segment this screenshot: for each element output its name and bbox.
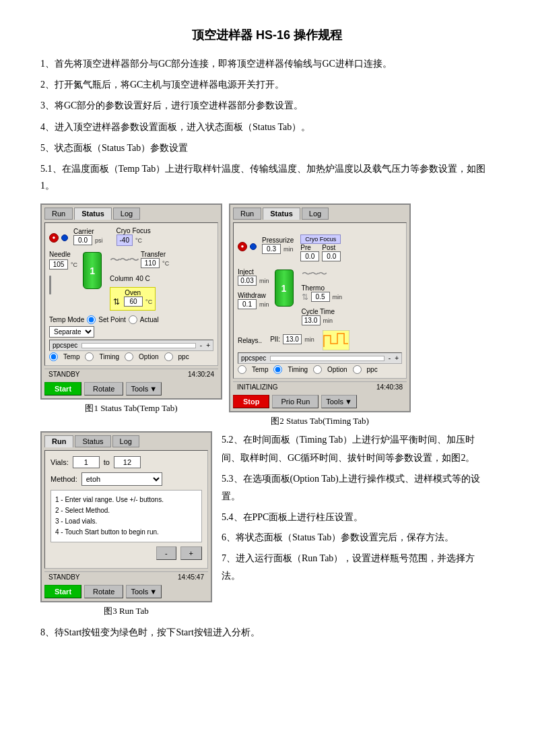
radio-temp-fig1[interactable] <box>49 352 58 361</box>
oven-label: Oven <box>125 289 141 296</box>
post-value[interactable]: 0.0 <box>322 251 341 261</box>
inject-value[interactable]: 0.03 <box>238 276 257 286</box>
start-button-fig1[interactable]: Start <box>44 382 81 396</box>
thermo-unit: min <box>333 294 343 301</box>
pii-unit: min <box>304 336 314 343</box>
step-5: 5、状态面板（Status Tab）参数设置 <box>40 139 494 156</box>
tab-status-fig3[interactable]: Status <box>75 435 110 447</box>
tab-log-fig2[interactable]: Log <box>302 208 329 220</box>
rotate-button-fig1[interactable]: Rotate <box>84 382 123 396</box>
start-button-fig3[interactable]: Start <box>44 585 81 598</box>
figure-3-container: Run Status Log Vials: to Method: etoh <box>40 431 212 617</box>
blue-indicator-fig2 <box>250 243 257 250</box>
inject-unit: min <box>259 278 269 284</box>
tab-run-fig2[interactable]: Run <box>233 208 261 220</box>
cryo-box-fig2: Cryo Focus <box>300 234 341 244</box>
radio-timing-fig1[interactable] <box>85 352 94 361</box>
pre-post-row: Pre 0.0 Post 0.0 <box>300 244 341 261</box>
pre-value[interactable]: 0.0 <box>300 251 319 261</box>
radio-group-fig1: Temp Timing Option ppc <box>49 352 213 361</box>
vials-to-input[interactable] <box>114 456 141 468</box>
temp-mode-select[interactable]: Separate <box>49 326 94 338</box>
needle-graphic <box>49 276 77 294</box>
tools-button-fig1[interactable]: Tools ▼ <box>126 382 162 396</box>
run-panel-body: Vials: to Method: etoh 1 - Enter vial ra… <box>44 450 208 569</box>
tools-label-fig2: Tools <box>326 398 343 406</box>
fig1-caption: 图1 Status Tab(Temp Tab) <box>40 402 222 414</box>
pii-value[interactable]: 13.0 <box>283 334 302 344</box>
tab-row-fig2[interactable]: Run Status Log <box>233 208 407 220</box>
radio-ppc-fig1[interactable] <box>164 352 173 361</box>
plus-minus-row: - + <box>51 546 202 560</box>
heat-arrows-fig2: ⇅ <box>302 292 308 302</box>
withdraw-value[interactable]: 0.1 <box>238 299 257 309</box>
radio-ppc-fig2[interactable] <box>353 365 362 374</box>
radio-temp-fig2[interactable] <box>238 365 246 374</box>
thermo-label: Thermo <box>302 284 343 292</box>
radio-group-fig2: Temp Timing Option ppc <box>238 365 402 374</box>
carrier-unit: psi <box>95 237 103 244</box>
thermo-value[interactable]: 0.5 <box>311 292 330 302</box>
tab-row-fig3[interactable]: Run Status Log <box>44 435 208 447</box>
ppc-plus-fig1[interactable]: + <box>206 342 210 349</box>
rotate-button-fig3[interactable]: Rotate <box>84 585 123 598</box>
tools-arrow-fig1: ▼ <box>149 385 157 393</box>
carrier-group: Carrier 0.0 psi <box>73 228 103 247</box>
vials-row: Vials: to <box>51 456 202 468</box>
method-select[interactable]: etoh <box>81 472 162 486</box>
cryo-value[interactable]: -40 <box>116 234 133 246</box>
tab-log-fig3[interactable]: Log <box>112 435 139 447</box>
actual-radio[interactable] <box>129 315 137 324</box>
red-indicator-fig2: ● <box>238 242 247 251</box>
needle-value[interactable]: 105 <box>49 259 68 270</box>
set-point-label: Set Point <box>98 316 126 323</box>
tab-status-fig2[interactable]: Status <box>263 208 300 220</box>
pii-group: PII: 13.0 min <box>270 334 314 346</box>
ppc-minus-fig2[interactable]: - <box>389 354 391 362</box>
ppc-bar-fig1: ppcspec - + <box>49 340 213 351</box>
tab-run-fig1[interactable]: Run <box>44 208 73 220</box>
page-title: 顶空进样器 HS-16 操作规程 <box>40 27 494 43</box>
radio-timing-fig2[interactable] <box>273 365 282 374</box>
tools-button-fig3[interactable]: Tools ▼ <box>126 585 162 598</box>
withdraw-unit: min <box>259 301 269 308</box>
fig3-caption: 图3 Run Tab <box>40 605 212 617</box>
tab-status-fig1[interactable]: Status <box>74 208 112 220</box>
oven-value[interactable]: 60 <box>124 296 143 307</box>
withdraw-group: Withdraw 0.1 min <box>238 292 269 311</box>
radio-option-fig2[interactable] <box>313 365 322 374</box>
toolbar-fig3: Start Rotate Tools ▼ <box>44 585 208 598</box>
tab-run-fig3[interactable]: Run <box>44 435 73 447</box>
radio-timing-label-fig1: Timing <box>99 353 119 360</box>
relays-label[interactable]: Relays.. <box>238 337 262 344</box>
pressurize-value[interactable]: 0.3 <box>262 244 281 254</box>
minus-button-fig3[interactable]: - <box>156 546 176 560</box>
column-value: 40 C <box>136 275 150 282</box>
instr-1: 1 - Enter vial range. Use +/- buttons. <box>55 495 197 505</box>
stop-button-fig2[interactable]: Stop <box>233 395 269 408</box>
tab-log-fig1[interactable]: Log <box>113 208 140 220</box>
pressurize-group: Pressurize 0.3 min <box>262 237 294 256</box>
vials-from-input[interactable] <box>73 456 100 468</box>
cycle-time-group: Cycle Time 13.0 min <box>302 308 343 327</box>
carrier-value[interactable]: 0.0 <box>73 235 92 245</box>
ppc-minus-fig1[interactable]: - <box>200 342 202 349</box>
tools-button-fig2[interactable]: Tools ▼ <box>321 395 357 408</box>
cryo-value-row: -40 °C <box>116 234 151 246</box>
prio-button-fig2[interactable]: Prio Run <box>272 395 319 408</box>
ppc-plus-fig2[interactable]: + <box>395 354 399 362</box>
right-col: 5.2、在时间面板（Timing Tab）上进行炉温平衡时间、加压时间、取样时间… <box>222 431 494 588</box>
needle-shaft <box>49 276 51 294</box>
tools-label-fig1: Tools <box>131 385 148 393</box>
cycle-value[interactable]: 13.0 <box>302 315 321 325</box>
post-group: Post 0.0 <box>322 244 341 261</box>
pii-label: PII: <box>270 336 280 343</box>
tab-row-fig1[interactable]: Run Status Log <box>44 208 218 220</box>
needle-label: Needle <box>49 251 77 258</box>
transfer-value[interactable]: 110 <box>141 258 160 268</box>
ppc-progress-fig1 <box>81 343 196 348</box>
radio-option-fig1[interactable] <box>125 352 133 361</box>
transfer-group: Transfer 110 °C <box>141 251 169 270</box>
plus-button-fig3[interactable]: + <box>180 546 202 560</box>
set-point-radio[interactable] <box>87 315 96 324</box>
